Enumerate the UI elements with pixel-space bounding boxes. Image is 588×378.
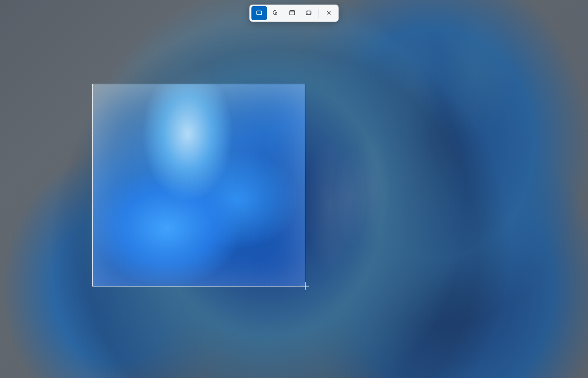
window-icon bbox=[289, 9, 296, 18]
toolbar-divider bbox=[319, 9, 319, 18]
snip-selection-rectangle[interactable] bbox=[92, 84, 305, 286]
fullscreen-icon bbox=[305, 9, 313, 18]
window-snip-button[interactable] bbox=[285, 6, 300, 20]
rectangle-icon bbox=[256, 9, 263, 18]
snipping-tool-toolbar bbox=[249, 5, 339, 22]
svg-rect-1 bbox=[290, 10, 295, 15]
fullscreen-snip-button[interactable] bbox=[301, 6, 317, 20]
close-snip-button[interactable] bbox=[321, 6, 337, 20]
close-icon bbox=[325, 9, 333, 18]
freeform-snip-button[interactable] bbox=[268, 6, 284, 20]
svg-rect-3 bbox=[306, 11, 311, 14]
svg-rect-0 bbox=[257, 11, 262, 14]
freeform-icon bbox=[272, 9, 280, 18]
rectangular-snip-button[interactable] bbox=[252, 6, 267, 20]
